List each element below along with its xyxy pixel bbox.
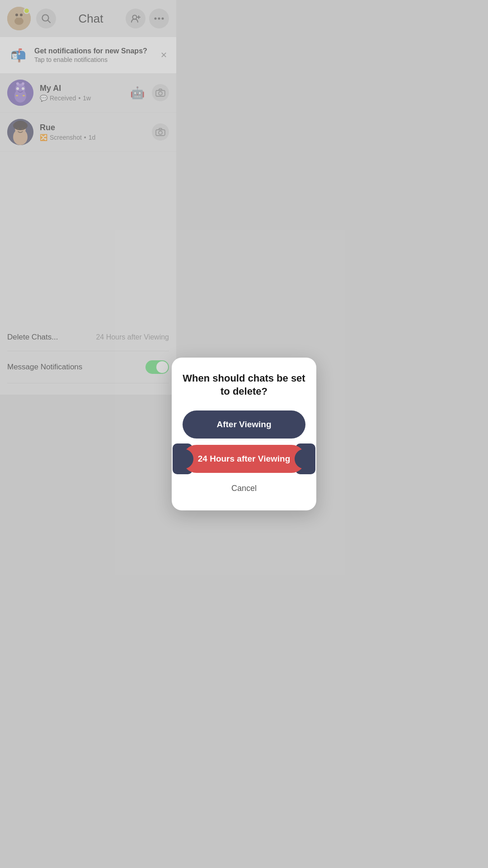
delete-chats-modal: When should chats be set to delete? Afte… bbox=[172, 358, 176, 395]
modal-overlay: When should chats be set to delete? Afte… bbox=[0, 0, 176, 395]
